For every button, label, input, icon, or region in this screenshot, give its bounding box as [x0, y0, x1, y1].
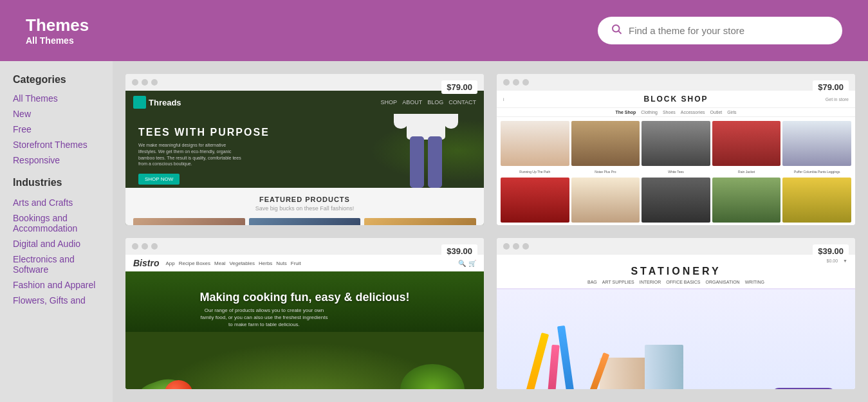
svg-rect-6	[410, 136, 424, 188]
themes-grid: $79.00 Threads SHOPABOUTBLOGCONTACT	[113, 61, 868, 402]
svg-rect-7	[428, 136, 442, 188]
theme-preview-3: Bistro App Recipe Boxes Meal Vegetables …	[125, 255, 484, 389]
stationery-brand: Stationery	[631, 266, 721, 277]
sidebar-item-responsive[interactable]: Responsive	[13, 155, 100, 165]
search-bar[interactable]	[598, 17, 842, 44]
content-area: Categories All Themes New Free Storefron…	[0, 61, 868, 402]
sidebar-item-fashion[interactable]: Fashion and Apparel	[13, 280, 100, 290]
theme-price-2: $79.00	[813, 80, 849, 94]
featured-thumb-2	[249, 218, 361, 225]
dot	[132, 243, 138, 250]
search-input[interactable]	[629, 25, 829, 36]
categories-heading: Categories	[13, 74, 100, 86]
dot	[513, 243, 519, 250]
threads-logo: Threads	[133, 96, 181, 109]
page-subtitle: All Themes	[26, 35, 89, 46]
theme-price-3: $39.00	[441, 244, 477, 258]
dot	[151, 79, 158, 86]
dot	[151, 243, 158, 250]
model-illustration: "Don't look back, you're not going that …	[387, 114, 465, 188]
svg-point-0	[613, 25, 620, 32]
theme-preview-4: $0.00 ▼ Stationery BAGART SUPPLIESINTERI…	[497, 255, 855, 389]
featured-products-label: Featured Products	[133, 196, 476, 203]
sidebar-item-all-themes[interactable]: All Themes	[13, 93, 100, 104]
theme-preview-1: Threads SHOPABOUTBLOGCONTACT TEES WITH P…	[125, 91, 484, 225]
svg-rect-4	[394, 114, 408, 129]
dot	[522, 243, 529, 250]
theme-price-4: $39.00	[813, 244, 849, 258]
sidebar-item-new[interactable]: New	[13, 109, 100, 119]
back-to-school-btn[interactable]: Back to School	[771, 388, 836, 389]
featured-thumb-1	[133, 218, 245, 225]
sidebar-item-arts[interactable]: Arts and Crafts	[13, 197, 100, 208]
theme-price-1: $79.00	[441, 80, 477, 94]
threads-tagline: TEES WITH PURPOSE	[138, 127, 270, 138]
industries-heading: Industries	[13, 177, 100, 188]
sidebar: Categories All Themes New Free Storefron…	[0, 61, 113, 402]
dot	[522, 79, 529, 86]
search-icon	[611, 23, 622, 38]
card-dots-3	[125, 238, 484, 255]
sidebar-item-electronics[interactable]: Electronics and Software	[13, 254, 100, 275]
theme-card-threads[interactable]: $79.00 Threads SHOPABOUTBLOGCONTACT	[125, 74, 484, 225]
theme-card-bistro[interactable]: $39.00 Bistro App Recipe Boxes Meal Vege…	[125, 238, 484, 389]
theme-preview-2: i Block Shop Get in store The Shop Cloth…	[497, 91, 855, 225]
page-title: Themes	[26, 15, 89, 35]
card-dots-4	[497, 238, 855, 255]
featured-products-sub: Save big bucks on these Fall fashions!	[133, 205, 476, 212]
threads-cta[interactable]: SHOP NOW	[138, 174, 180, 185]
theme-card-blockshop[interactable]: $79.00 i Block Shop Get in store The Sho…	[497, 74, 855, 225]
sidebar-item-flowers[interactable]: Flowers, Gifts and	[13, 295, 100, 306]
card-dots-1	[125, 74, 484, 91]
svg-rect-5	[444, 114, 458, 129]
dot	[142, 79, 148, 86]
dot	[503, 79, 510, 86]
svg-line-1	[618, 31, 621, 33]
featured-thumb-3	[364, 218, 476, 225]
dot	[513, 79, 519, 86]
sidebar-item-free[interactable]: Free	[13, 124, 100, 134]
bistro-tagline: Making cooking fun, easy & delicious!	[199, 291, 409, 304]
blockshop-brand: Block Shop	[643, 95, 708, 104]
dot	[142, 243, 148, 250]
sidebar-item-storefront[interactable]: Storefront Themes	[13, 140, 100, 150]
bistro-brand: Bistro	[133, 258, 159, 268]
card-dots-2	[497, 74, 855, 91]
dot	[132, 79, 138, 86]
theme-card-stationery[interactable]: $39.00 $0.00 ▼ Stationery BAGART SUPPLIE…	[497, 238, 855, 389]
svg-rect-3	[407, 114, 445, 140]
sidebar-item-digital[interactable]: Digital and Audio	[13, 239, 100, 249]
page-header: Themes All Themes	[0, 0, 868, 61]
dot	[503, 243, 510, 250]
sidebar-item-bookings[interactable]: Bookings and Accommodation	[13, 213, 100, 233]
header-title-area: Themes All Themes	[26, 15, 89, 46]
